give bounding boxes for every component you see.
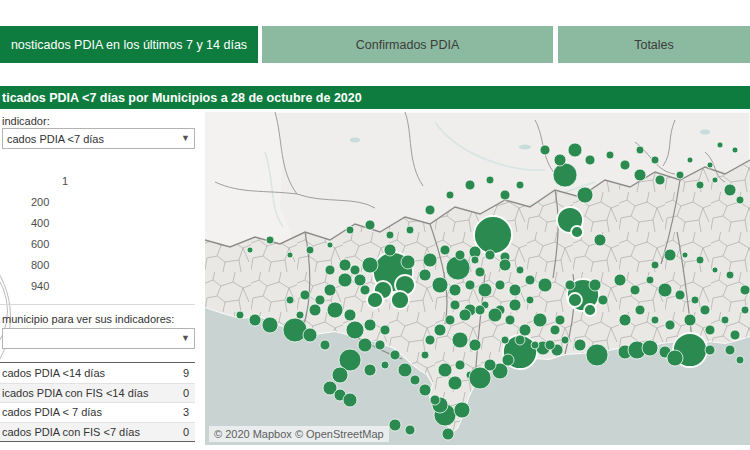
map-bubble[interactable]	[423, 253, 437, 267]
table-row[interactable]: icados PDIA con FIS <14 días0	[0, 383, 195, 403]
map-bubble[interactable]	[712, 177, 718, 183]
map-bubble[interactable]	[391, 291, 409, 309]
map-bubble[interactable]	[568, 293, 582, 307]
map-bubble[interactable]	[346, 321, 364, 339]
indicator-dropdown[interactable]: cados PDIA <7 días ▼	[2, 128, 195, 149]
map-bubble[interactable]	[430, 395, 440, 405]
map-bubble[interactable]	[485, 250, 495, 260]
map-bubble[interactable]	[682, 252, 688, 258]
map-bubble[interactable]	[425, 205, 435, 215]
map-bubble[interactable]	[655, 175, 665, 185]
map-bubble[interactable]	[364, 364, 376, 376]
map-bubble[interactable]	[327, 302, 343, 318]
tab-diagnosticados-pdia[interactable]: nosticados PDIA en los últimos 7 y 14 dí…	[0, 26, 258, 63]
map-bubble[interactable]	[741, 306, 749, 314]
map-bubble[interactable]	[419, 384, 431, 396]
table-row[interactable]: cados PDIA <14 días9	[0, 363, 195, 383]
map-bubble[interactable]	[455, 250, 465, 260]
map-bubble[interactable]	[571, 226, 583, 238]
map-bubble[interactable]	[495, 280, 505, 290]
map-bubble[interactable]	[684, 314, 696, 326]
map-bubble[interactable]	[484, 359, 496, 371]
map-bubble[interactable]	[501, 336, 509, 344]
map-bubble[interactable]	[730, 330, 740, 340]
map-bubble[interactable]	[555, 315, 565, 325]
map-bubble[interactable]	[538, 278, 552, 292]
map-bubble[interactable]	[553, 163, 577, 187]
map-bubble[interactable]	[375, 340, 385, 350]
map-bubble[interactable]	[585, 155, 595, 165]
map-bubble[interactable]	[380, 325, 390, 335]
map-bubble[interactable]	[598, 295, 608, 305]
map-bubble[interactable]	[545, 340, 555, 350]
map-bubble[interactable]	[700, 305, 710, 315]
map-bubble[interactable]	[465, 180, 475, 190]
map-bubble[interactable]	[675, 290, 685, 300]
map-bubble[interactable]	[236, 311, 244, 319]
map-bubble[interactable]	[540, 145, 550, 155]
map-bubble[interactable]	[401, 255, 415, 269]
table-row[interactable]: cados PDIA con FIS <7 días0	[0, 422, 195, 442]
map-bubble[interactable]	[303, 328, 317, 342]
map-bubble[interactable]	[531, 341, 539, 349]
map-bubble[interactable]	[354, 274, 366, 286]
map-bubble[interactable]	[440, 245, 450, 255]
map-bubble[interactable]	[724, 184, 736, 196]
map-bubble[interactable]	[410, 375, 420, 385]
map-bubble[interactable]	[554, 154, 566, 166]
map-bubble[interactable]	[525, 275, 535, 285]
map-bubble[interactable]	[499, 259, 511, 271]
map-bubble[interactable]	[717, 142, 723, 148]
map-bubble[interactable]	[358, 338, 372, 352]
map-bubble[interactable]	[324, 284, 336, 296]
map-bubble[interactable]	[509, 284, 521, 296]
map-bubble[interactable]	[344, 309, 356, 321]
map-bubble[interactable]	[736, 356, 744, 364]
map-bubble[interactable]	[452, 332, 468, 348]
map-bubble[interactable]	[398, 363, 412, 377]
map-bubble[interactable]	[651, 156, 659, 164]
map-bubble[interactable]	[509, 299, 521, 311]
map-bubble[interactable]	[386, 231, 394, 239]
map-bubble[interactable]	[642, 340, 658, 356]
map-bubble[interactable]	[707, 162, 713, 168]
map-bubble[interactable]	[620, 160, 630, 170]
map-bubble[interactable]	[740, 285, 750, 295]
map-bubble[interactable]	[636, 146, 644, 154]
map-bubble[interactable]	[406, 226, 414, 234]
map-bubble[interactable]	[561, 336, 569, 344]
map-bubble[interactable]	[315, 295, 325, 305]
map-bubble[interactable]	[676, 171, 684, 179]
map-bubble[interactable]	[705, 345, 715, 355]
map-bubble[interactable]	[630, 285, 640, 295]
map-bubble[interactable]	[589, 279, 601, 291]
map-bubble[interactable]	[438, 363, 452, 377]
map-bubble[interactable]	[658, 283, 672, 297]
tab-confirmados-pdia[interactable]: Confirmados PDIA	[262, 26, 553, 63]
map-bubble[interactable]	[736, 196, 744, 204]
map-bubble[interactable]	[454, 402, 470, 418]
map-bubble[interactable]	[667, 350, 683, 366]
map-bubble[interactable]	[502, 354, 514, 366]
map-bubble[interactable]	[574, 339, 586, 351]
map-bubble[interactable]	[339, 259, 351, 271]
map-bubble[interactable]	[732, 147, 738, 153]
map-bubble[interactable]	[505, 315, 515, 325]
map-bubble[interactable]	[664, 249, 676, 261]
map-bubble[interactable]	[390, 350, 400, 360]
map-bubble[interactable]	[635, 305, 645, 315]
map-bubble[interactable]	[425, 335, 435, 345]
map-bubble[interactable]	[249, 314, 261, 326]
map-bubble[interactable]	[381, 361, 389, 369]
map-bubble[interactable]	[432, 277, 448, 293]
map-bubble[interactable]	[405, 425, 415, 435]
map-canvas[interactable]: © 2020 Mapbox © OpenStreetMap	[205, 112, 750, 445]
map-bubble[interactable]	[309, 304, 321, 316]
map-bubble[interactable]	[320, 340, 330, 350]
map-bubble[interactable]	[478, 283, 492, 297]
map-bubble[interactable]	[475, 305, 485, 315]
map-bubble[interactable]	[665, 320, 675, 330]
map-bubble[interactable]	[486, 176, 494, 184]
map-bubble[interactable]	[646, 276, 654, 284]
map-bubble[interactable]	[449, 284, 461, 296]
